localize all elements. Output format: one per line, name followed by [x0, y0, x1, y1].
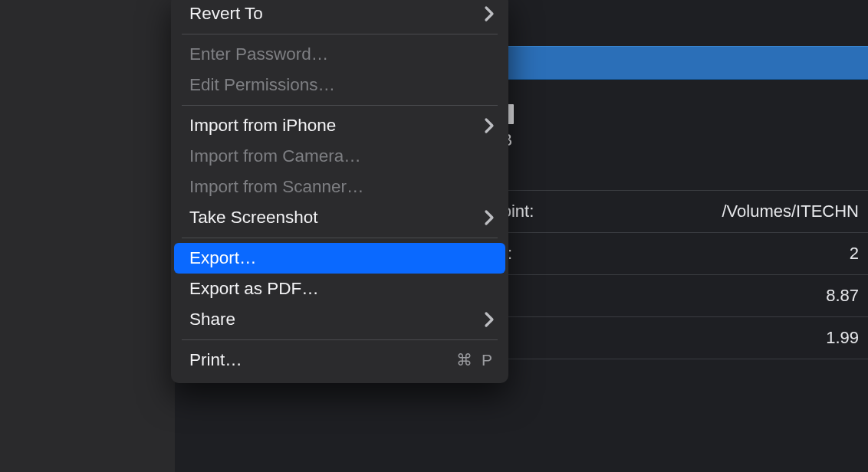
menu-item-revert-to[interactable]: Revert To	[171, 0, 508, 29]
info-value: 8.87	[826, 286, 859, 306]
menu-item-label: Share	[189, 310, 235, 329]
chevron-right-icon	[484, 117, 495, 134]
sidebar-background	[0, 0, 175, 472]
chevron-right-icon	[484, 5, 495, 22]
keyboard-shortcut: ⌘ P	[456, 351, 495, 369]
menu-item-export-pdf[interactable]: Export as PDF…	[171, 274, 508, 304]
menu-item-label: Import from Camera…	[189, 146, 361, 166]
menu-item-label: Revert To	[189, 4, 263, 24]
menu-item-edit-permissions: Edit Permissions…	[171, 70, 508, 100]
menu-item-import-iphone[interactable]: Import from iPhone	[171, 110, 508, 141]
menu-item-label: Enter Password…	[189, 44, 328, 64]
info-row-used: 1.99	[491, 316, 868, 359]
info-row-mount-point: Point: /Volumes/ITECHN	[491, 190, 868, 232]
menu-item-take-screenshot[interactable]: Take Screenshot	[171, 202, 508, 233]
menu-separator	[182, 34, 498, 34]
chevron-right-icon	[484, 311, 495, 328]
menu-item-label: Import from iPhone	[189, 116, 336, 136]
info-value: /Volumes/ITECHN	[722, 202, 860, 221]
menu-separator	[182, 339, 498, 340]
menu-item-label: Edit Permissions…	[189, 75, 335, 95]
menu-item-label: Export…	[189, 248, 257, 268]
menu-item-share[interactable]: Share	[171, 304, 508, 335]
info-row-capacity: ity: 2	[491, 232, 868, 274]
menu-item-print[interactable]: Print… ⌘ P	[171, 345, 508, 375]
menu-item-label: Print…	[189, 350, 242, 370]
menu-item-import-camera: Import from Camera…	[171, 141, 508, 172]
menu-separator	[182, 105, 498, 106]
decor-bar	[508, 104, 514, 124]
info-value: 1.99	[826, 328, 859, 348]
menu-item-label: Export as PDF…	[189, 279, 319, 299]
file-context-menu: Revert To Enter Password… Edit Permissio…	[171, 0, 508, 383]
menu-item-export[interactable]: Export…	[174, 243, 505, 274]
menu-item-import-scanner: Import from Scanner…	[171, 172, 508, 202]
menu-separator	[182, 238, 498, 238]
menu-item-enter-password: Enter Password…	[171, 39, 508, 70]
menu-item-label: Take Screenshot	[189, 208, 318, 228]
info-value: 2	[850, 244, 859, 264]
chevron-right-icon	[484, 209, 495, 226]
info-divider	[491, 359, 868, 359]
info-row-available: le: 8.87	[491, 274, 868, 316]
menu-item-label: Import from Scanner…	[189, 177, 364, 197]
info-table: Point: /Volumes/ITECHN ity: 2 le: 8.87 1…	[491, 190, 868, 359]
